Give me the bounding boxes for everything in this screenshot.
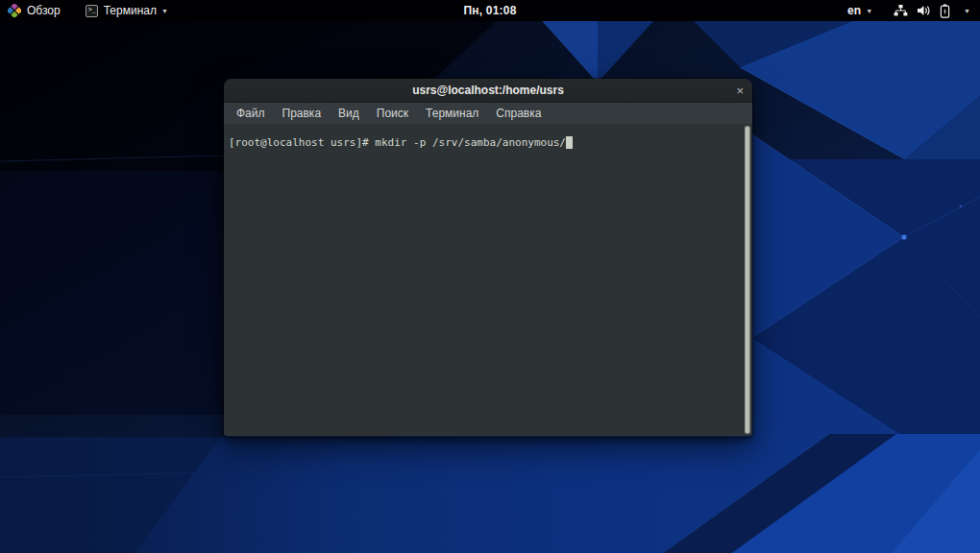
scrollbar-thumb[interactable] — [745, 126, 750, 434]
close-button[interactable]: × — [736, 79, 744, 102]
terminal-command-text: [root@localhost usrs]# mkdir -p /srv/sam… — [229, 136, 566, 149]
window-title: usrs@localhost:/home/usrs — [412, 84, 564, 97]
status-area: en ▼ ▼ — [840, 0, 980, 21]
chevron-down-icon: ▼ — [161, 8, 168, 14]
menu-item-edit[interactable]: Правка — [274, 103, 331, 124]
activities-label: Обзор — [27, 4, 61, 17]
volume-icon — [917, 4, 931, 17]
window-menubar: Файл Правка Вид Поиск Терминал Справка — [224, 103, 752, 124]
terminal-cursor — [566, 136, 573, 149]
keyboard-layout-button[interactable]: en ▼ — [840, 0, 880, 21]
app-menu-label: Терминал — [104, 4, 157, 17]
system-menu-button[interactable]: ▼ — [894, 4, 970, 18]
network-wired-icon — [894, 4, 908, 17]
terminal-prompt-line: [root@localhost usrs]# mkdir -p /srv/sam… — [229, 136, 573, 149]
chevron-down-icon: ▼ — [964, 8, 970, 14]
chevron-down-icon: ▼ — [866, 8, 872, 14]
menu-item-view[interactable]: Вид — [330, 103, 368, 124]
terminal-screen[interactable]: [root@localhost usrs]# mkdir -p /srv/sam… — [224, 124, 752, 436]
terminal-window: usrs@localhost:/home/usrs × Файл Правка … — [224, 79, 752, 437]
window-titlebar[interactable]: usrs@localhost:/home/usrs × — [224, 79, 752, 103]
menu-item-help[interactable]: Справка — [487, 103, 550, 124]
menu-item-terminal[interactable]: Терминал — [417, 103, 487, 124]
keyboard-layout-label: en — [847, 4, 861, 17]
app-menu-terminal[interactable]: >_ Терминал ▼ — [78, 0, 176, 21]
top-bar: Обзор >_ Терминал ▼ Пн, 01:08 en ▼ — [0, 0, 980, 21]
centos-logo-icon — [8, 4, 21, 17]
terminal-app-icon: >_ — [86, 5, 98, 17]
clock[interactable]: Пн, 01:08 — [463, 4, 516, 17]
activities-button[interactable]: Обзор — [0, 0, 68, 21]
menu-item-search[interactable]: Поиск — [368, 103, 417, 124]
battery-charging-icon — [940, 4, 950, 18]
menu-item-file[interactable]: Файл — [228, 103, 274, 124]
